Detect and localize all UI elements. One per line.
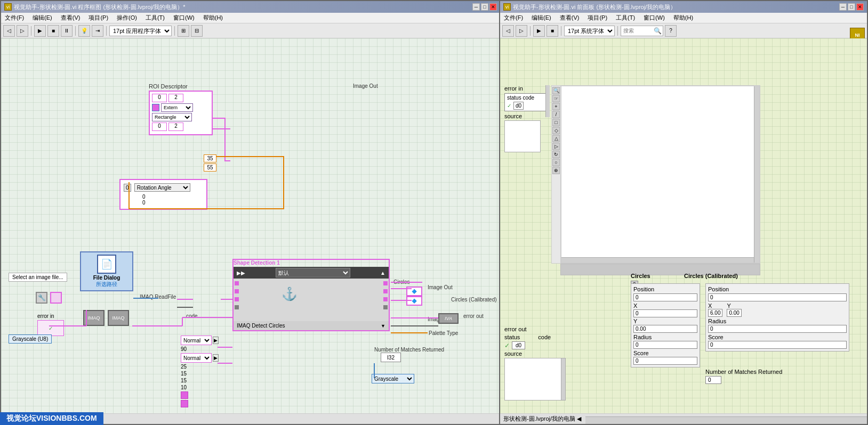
number-35[interactable]: 35	[204, 154, 216, 162]
fp-tool-zoom[interactable]: 🔍	[552, 87, 560, 94]
fp-tool-line[interactable]: /	[552, 111, 560, 118]
circles-out-box: 🔷	[406, 287, 422, 296]
fp-statusbar-icon: ◀	[577, 415, 581, 422]
menu-operate[interactable]: 操作(O)	[115, 14, 139, 22]
fp-maximize-button[interactable]: □	[848, 3, 855, 11]
sd-terminal-3	[235, 297, 239, 301]
grayscale-bottom-dropdown[interactable]: Grayscale	[372, 374, 414, 383]
fp-minimize-button[interactable]: ─	[839, 3, 847, 11]
fp-toolbar-help[interactable]: ?	[665, 25, 677, 37]
select-image-file-block[interactable]: Select an image file...	[9, 273, 67, 282]
fp-out-checkmark: ✓	[504, 342, 510, 349]
menu-file[interactable]: 文件(F)	[3, 14, 26, 22]
fp-titlebar-buttons: ─ □ ✕	[839, 3, 864, 11]
roi-rectangle-dropdown[interactable]: Rectangle	[152, 113, 192, 121]
roi-extern-dropdown[interactable]: Extern	[161, 103, 193, 112]
number-55[interactable]: 55	[204, 164, 216, 171]
fp-tool-hand[interactable]: ☞	[552, 95, 560, 102]
sd-body: ⚓	[234, 279, 389, 321]
font-selector[interactable]: 17pt 应用程序字体	[109, 26, 172, 36]
menu-edit[interactable]: 编辑(E)	[31, 14, 54, 22]
roi-val-5[interactable]: 2	[168, 122, 183, 131]
fp-close-button[interactable]: ✕	[856, 3, 864, 11]
fp-toolbar-fwd[interactable]: ▷	[516, 25, 527, 37]
fp-menu-edit[interactable]: 编辑(E)	[530, 14, 553, 22]
front-panel-toolbar: ◁ ▷ ▶ ■ 17pt 系统字体 🔍 ? NI	[500, 23, 867, 38]
fp-image-scrollbar-h[interactable]	[561, 257, 754, 263]
sd-terminal-r2	[383, 289, 388, 293]
sd-terminal-2	[235, 289, 239, 293]
fp-tool-tri2[interactable]: ▷	[552, 143, 560, 150]
fp-menu-file[interactable]: 文件(F)	[502, 14, 525, 22]
fp-x-label: X	[633, 303, 697, 309]
roi-val-0[interactable]: 0	[152, 94, 167, 102]
fp-toolbar-run[interactable]: ▶	[533, 25, 545, 37]
select-file-label: Select an image file...	[12, 274, 63, 280]
titlebar-buttons: ─ □ ✕	[472, 3, 497, 11]
toolbar-stop[interactable]: ■	[47, 25, 59, 37]
fp-pos-cal-val: 0	[708, 293, 847, 301]
fp-menu-project[interactable]: 项目(P)	[586, 14, 609, 22]
menu-help[interactable]: 帮助(H)	[202, 14, 224, 22]
fp-titlebar-left: vi 视觉助手-形状检测-圆.vi 前面板 (形状检测-圆.lvproj/我的电…	[503, 3, 676, 11]
fp-source-scrollbar[interactable]	[545, 85, 550, 117]
menu-tools[interactable]: 工具(T)	[144, 14, 166, 22]
toolbar-fwd[interactable]: ▷	[17, 25, 28, 37]
roi-val-1[interactable]: 2	[168, 94, 183, 102]
normal-dropdown-2[interactable]: Normal	[181, 353, 212, 363]
toolbar-back[interactable]: ◁	[3, 25, 15, 37]
fp-out-scrollbar[interactable]	[561, 358, 565, 400]
roi-row-4: 0 2	[152, 122, 210, 131]
grayscale-u8-block[interactable]: Grayscale (U8)	[9, 334, 52, 344]
fp-tool-cross[interactable]: +	[552, 103, 560, 110]
image-out-1-label: Image Out	[428, 284, 453, 290]
front-panel-titlebar: vi 视觉助手-形状检测-圆.vi 前面板 (形状检测-圆.lvproj/我的电…	[500, 1, 867, 13]
fp-error-out-row: status code	[504, 334, 576, 340]
fp-menu-tools[interactable]: 工具(T)	[614, 14, 637, 22]
fp-radius-cal-label: Radius	[708, 318, 847, 324]
front-panel-title: 视觉助手-形状检测-圆.vi 前面板 (形状检测-圆.lvproj/我的电脑）	[513, 3, 676, 11]
fp-menu-help[interactable]: 帮助(H)	[672, 14, 695, 22]
toolbar-pause[interactable]: ⏸	[61, 25, 73, 37]
toolbar-dist[interactable]: ⊟	[191, 25, 203, 37]
rotation-angle-dropdown[interactable]: Rotation Angle	[134, 183, 190, 192]
menu-view[interactable]: 查看(V)	[59, 14, 82, 22]
sd-titlebar: ▶▶ 默认 ▲	[234, 267, 389, 279]
fp-error-in-group: error in status code ✓ d0 source	[504, 85, 550, 152]
normal-dropdown-1[interactable]: Normal	[181, 336, 212, 345]
roi-val-4[interactable]: 0	[152, 122, 167, 131]
shape-detection-block: Shape Detection 1 ▶▶ 默认 ▲ ⚓	[232, 259, 390, 331]
fp-pos-val: 0	[633, 293, 697, 301]
fp-menu-window[interactable]: 窗口(W)	[642, 14, 666, 22]
fp-tool-rotate[interactable]: ↻	[552, 151, 560, 158]
fp-tool-cursor[interactable]: ⊕	[552, 167, 560, 174]
fp-image-scrollbar-v[interactable]	[754, 86, 759, 263]
toolbar-highlight[interactable]: 💡	[78, 25, 90, 37]
roi-descriptor-title: ROI Descriptor	[149, 83, 213, 89]
fp-tool-rect[interactable]: □	[552, 119, 560, 126]
fp-tool-diamond[interactable]: ◇	[552, 127, 560, 134]
fp-h-scrollbar[interactable]	[585, 416, 867, 424]
toolbar-run[interactable]: ▶	[34, 25, 46, 37]
fp-toolbar-back[interactable]: ◁	[502, 25, 514, 37]
sd-terminal-1	[235, 281, 239, 285]
fp-cal-x-label: X	[708, 303, 722, 309]
small-icon-block: 🔧	[36, 292, 47, 304]
rotation-small-input[interactable]: 0	[124, 184, 131, 192]
menu-window[interactable]: 窗口(W)	[172, 14, 196, 22]
fp-tool-tri1[interactable]: △	[552, 135, 560, 142]
toolbar-step[interactable]: ⇥	[92, 25, 103, 37]
fp-cal-xy-row: X 6.00 Y 0.00	[708, 303, 847, 317]
close-button[interactable]: ✕	[489, 3, 497, 11]
toolbar-sep3	[106, 26, 107, 36]
fp-menu-view[interactable]: 查看(V)	[558, 14, 581, 22]
menu-project[interactable]: 项目(P)	[87, 14, 110, 22]
fp-toolbar-stop[interactable]: ■	[546, 25, 558, 37]
maximize-button[interactable]: □	[481, 3, 488, 11]
sd-dropdown[interactable]: 默认	[276, 268, 350, 277]
block-diagram-menubar: 文件(F) 编辑(E) 查看(V) 项目(P) 操作(O) 工具(T) 窗口(W…	[1, 13, 500, 23]
fp-font-selector[interactable]: 17pt 系统字体	[564, 26, 615, 36]
minimize-button[interactable]: ─	[472, 3, 480, 11]
fp-tool-circle[interactable]: ○	[552, 159, 560, 166]
toolbar-align[interactable]: ⊞	[178, 25, 189, 37]
